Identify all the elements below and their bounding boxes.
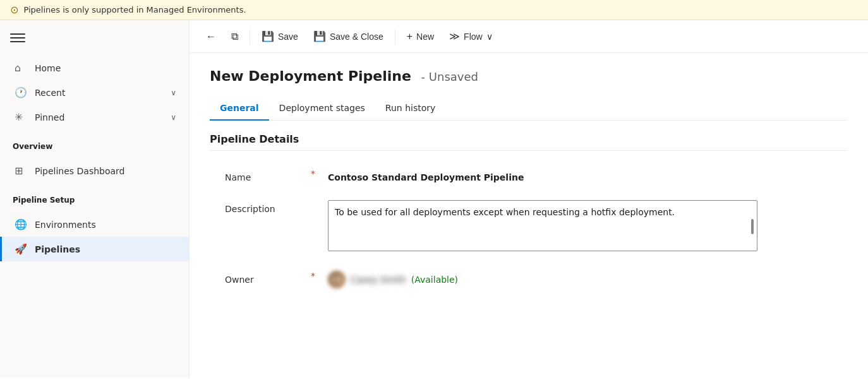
back-button[interactable]: ← — [200, 27, 222, 46]
pin-icon: ✳ — [15, 111, 27, 123]
overview-section-header: Overview — [0, 134, 189, 153]
page-title-text: New Deployment Pipeline — [210, 68, 411, 84]
flow-label: Flow — [464, 32, 483, 42]
sidebar-item-label: Recent — [35, 88, 163, 98]
sidebar-item-pipelines-dashboard[interactable]: ⊞ Pipelines Dashboard — [0, 158, 189, 183]
description-field-row: Description * — [210, 193, 848, 261]
tab-deployment-stages[interactable]: Deployment stages — [269, 97, 375, 121]
warning-icon: ⊙ — [10, 4, 18, 16]
new-label: New — [416, 32, 434, 42]
home-icon: ⌂ — [15, 62, 27, 74]
name-value: Contoso Standard Deployment Pipeline — [328, 169, 833, 182]
tab-general[interactable]: General — [210, 97, 269, 121]
pipeline-details-section-title: Pipeline Details — [210, 133, 848, 151]
main-content: ← ⧉ 💾 Save 💾 Save & Close + New ≫ Flow — [190, 20, 868, 377]
sidebar-nav: ⌂ Home 🕐 Recent ∨ ✳ Pinned ∨ — [0, 50, 189, 134]
back-icon: ← — [206, 31, 216, 42]
description-label: Description — [225, 200, 301, 214]
toolbar-separator-2 — [395, 29, 395, 44]
scrollbar-indicator — [751, 219, 754, 234]
pipeline-setup-section-header: Pipeline Setup — [0, 188, 189, 207]
sidebar-item-environments[interactable]: 🌐 Environments — [0, 212, 189, 237]
avatar: CS — [328, 271, 346, 288]
flow-chevron-icon: ∨ — [486, 32, 493, 42]
name-label: Name — [225, 169, 301, 182]
save-close-icon: 💾 — [313, 30, 326, 42]
toolbar: ← ⧉ 💾 Save 💾 Save & Close + New ≫ Flow — [190, 20, 868, 53]
page-content: New Deployment Pipeline - Unsaved Genera… — [190, 53, 868, 377]
owner-status: (Available) — [411, 275, 458, 285]
tabs: General Deployment stages Run history — [210, 97, 848, 121]
flow-icon: ≫ — [449, 30, 460, 42]
sidebar-overview-items: ⊞ Pipelines Dashboard — [0, 153, 189, 188]
owner-label: Owner — [225, 271, 301, 285]
save-close-button[interactable]: 💾 Save & Close — [307, 27, 390, 46]
new-button[interactable]: + New — [401, 27, 440, 46]
chevron-down-icon: ∨ — [171, 88, 176, 97]
flow-button[interactable]: ≫ Flow ∨ — [443, 27, 499, 46]
rocket-icon: 🚀 — [15, 243, 27, 255]
save-close-label: Save & Close — [330, 32, 383, 42]
save-button[interactable]: 💾 Save — [255, 27, 304, 46]
name-field-row: Name * Contoso Standard Deployment Pipel… — [210, 161, 848, 190]
plus-icon: + — [407, 31, 413, 42]
owner-required-star: * — [311, 271, 315, 281]
recent-icon: 🕐 — [15, 86, 27, 98]
open-external-icon: ⧉ — [231, 31, 238, 42]
hamburger-menu[interactable] — [10, 30, 25, 45]
sidebar-item-label: Home — [35, 63, 176, 73]
description-input[interactable] — [328, 200, 757, 251]
globe-icon: 🌐 — [15, 218, 27, 230]
save-icon: 💾 — [262, 30, 274, 42]
managed-environments-banner: ⊙ Pipelines is only supported in Managed… — [0, 0, 868, 20]
name-required-star: * — [311, 169, 315, 179]
sidebar-item-recent[interactable]: 🕐 Recent ∨ — [0, 80, 189, 105]
page-header: New Deployment Pipeline - Unsaved — [210, 68, 848, 84]
sidebar-item-pinned[interactable]: ✳ Pinned ∨ — [0, 105, 189, 129]
save-label: Save — [278, 32, 298, 42]
sidebar-item-home[interactable]: ⌂ Home — [0, 56, 189, 80]
toolbar-separator — [250, 29, 250, 44]
chevron-down-icon: ∨ — [171, 113, 176, 122]
page-title: New Deployment Pipeline - Unsaved — [210, 68, 478, 84]
form-section: Pipeline Details Name * Contoso Standard… — [210, 121, 848, 311]
open-external-button[interactable]: ⧉ — [225, 27, 244, 46]
sidebar-item-label: Pipelines — [35, 244, 176, 254]
sidebar-item-label: Pinned — [35, 112, 163, 122]
owner-name: Casey Smith — [351, 275, 406, 285]
description-textarea-wrapper — [328, 200, 757, 253]
sidebar-pipeline-items: 🌐 Environments 🚀 Pipelines — [0, 207, 189, 266]
sidebar: ⌂ Home 🕐 Recent ∨ ✳ Pinned ∨ Overview ⊞ … — [0, 20, 190, 377]
dashboard-icon: ⊞ — [15, 165, 27, 177]
owner-row: CS Casey Smith (Available) — [328, 271, 458, 288]
tab-run-history[interactable]: Run history — [375, 97, 445, 121]
sidebar-item-label: Pipelines Dashboard — [35, 166, 176, 176]
unsaved-label: - Unsaved — [421, 70, 478, 83]
sidebar-item-pipelines[interactable]: 🚀 Pipelines — [0, 237, 189, 261]
owner-field-row: Owner * CS Casey Smith (Available) — [210, 263, 848, 296]
sidebar-item-label: Environments — [35, 220, 176, 230]
banner-text: Pipelines is only supported in Managed E… — [23, 5, 246, 15]
